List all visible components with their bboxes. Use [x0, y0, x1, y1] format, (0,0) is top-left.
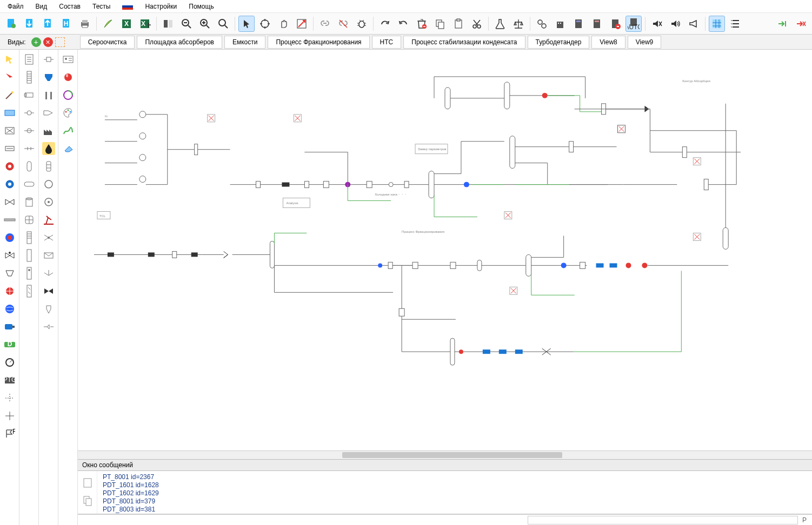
- status-input[interactable]: [528, 516, 798, 524]
- sphere-icon[interactable]: [23, 213, 36, 226]
- valve-fill-icon[interactable]: [42, 285, 55, 298]
- msg-page-icon[interactable]: [83, 477, 92, 490]
- valve2-icon[interactable]: [3, 249, 16, 262]
- reducer-icon[interactable]: [42, 106, 55, 119]
- trash-icon[interactable]: [414, 16, 430, 32]
- circle-icon[interactable]: [42, 178, 55, 191]
- print-icon[interactable]: [77, 16, 93, 32]
- gauge-icon[interactable]: [3, 356, 16, 369]
- save-file-icon[interactable]: [40, 16, 56, 32]
- arrow-diag-icon[interactable]: [294, 16, 310, 32]
- calc2-icon[interactable]: [589, 16, 605, 32]
- hopper-icon[interactable]: [42, 71, 55, 84]
- calc-auto-icon[interactable]: AUTO: [625, 16, 642, 32]
- dd-icon[interactable]: D: [3, 338, 16, 351]
- add-right-icon[interactable]: [774, 16, 790, 32]
- volume-icon[interactable]: [667, 16, 683, 32]
- zoom-out-icon[interactable]: [178, 16, 195, 32]
- hand-icon[interactable]: [275, 16, 291, 32]
- reactor-icon[interactable]: [42, 160, 55, 173]
- flask-icon[interactable]: [492, 16, 508, 32]
- tab-sero[interactable]: Сероочистка: [80, 36, 135, 49]
- tab-view8[interactable]: View8: [591, 36, 625, 49]
- eraser-icon[interactable]: [62, 142, 75, 155]
- unlink-icon[interactable]: [335, 16, 351, 32]
- sep-icon[interactable]: [23, 142, 36, 155]
- globe-b-icon[interactable]: [3, 302, 16, 315]
- grid-view-icon[interactable]: [709, 16, 725, 32]
- circle-dot-icon[interactable]: [42, 196, 55, 208]
- flowsheet-svg[interactable]: In: [78, 50, 812, 400]
- pipe-icon[interactable]: [3, 213, 16, 226]
- excel-icon[interactable]: X: [118, 16, 135, 32]
- paste-icon[interactable]: [450, 16, 467, 32]
- open-file-icon[interactable]: [22, 16, 38, 32]
- mute-icon[interactable]: [649, 16, 665, 32]
- pointer-red-icon[interactable]: [3, 71, 16, 84]
- cut-icon[interactable]: [469, 16, 485, 32]
- excel-h-icon[interactable]: XH: [137, 16, 153, 32]
- tab-view9[interactable]: View9: [628, 36, 661, 49]
- tab-fractionation[interactable]: Процесс Фракционирования: [268, 36, 369, 49]
- pump1-icon[interactable]: [3, 160, 16, 173]
- feather-icon[interactable]: [100, 16, 116, 32]
- factory-icon[interactable]: [42, 124, 55, 137]
- zoom-in-icon[interactable]: [197, 16, 213, 32]
- tab-turbo[interactable]: Турбодетандер: [528, 36, 590, 49]
- balance-icon[interactable]: [510, 16, 527, 32]
- view-config-button[interactable]: [55, 37, 65, 47]
- globe-r-icon[interactable]: [3, 231, 16, 244]
- building-icon[interactable]: [552, 16, 568, 32]
- red-ball-icon[interactable]: [62, 71, 75, 84]
- doc-icon[interactable]: [23, 53, 36, 66]
- ptg-icon[interactable]: PTG: [3, 374, 16, 387]
- remove-right-icon[interactable]: [793, 16, 809, 32]
- drum-v-icon[interactable]: [23, 160, 36, 173]
- view-add-button[interactable]: +: [31, 37, 41, 47]
- tab-absorbers[interactable]: Площадка абсорберов: [137, 36, 222, 49]
- gears-icon[interactable]: [534, 16, 550, 32]
- column3-icon[interactable]: [23, 249, 36, 262]
- hx2-icon[interactable]: [23, 106, 36, 119]
- menu-view[interactable]: Вид: [30, 1, 53, 12]
- column4-icon[interactable]: [23, 267, 36, 280]
- cooler-icon[interactable]: [3, 142, 16, 155]
- tab-nts[interactable]: НТС: [372, 36, 402, 49]
- menu-file[interactable]: Файл: [2, 1, 29, 12]
- cross2-icon[interactable]: [3, 409, 16, 422]
- drum-h-icon[interactable]: [23, 178, 36, 191]
- menu-tests[interactable]: Тесты: [87, 1, 116, 12]
- tab-tanks[interactable]: Емкости: [224, 36, 266, 49]
- horizontal-scrollbar[interactable]: [78, 450, 812, 459]
- drip-icon[interactable]: [42, 302, 55, 315]
- pump3-icon[interactable]: [3, 285, 16, 298]
- valve1-icon[interactable]: [3, 196, 16, 208]
- copy-icon[interactable]: [432, 16, 448, 32]
- calc1-icon[interactable]: [570, 16, 587, 32]
- list-view-icon[interactable]: [727, 16, 743, 32]
- flag-f-icon[interactable]: F: [3, 427, 16, 440]
- menu-help[interactable]: Помощь: [183, 1, 219, 12]
- pointer-yellow-icon[interactable]: [3, 53, 16, 66]
- oil-drop-icon[interactable]: [42, 142, 55, 155]
- tab-stabilization[interactable]: Процесс стабилизации конденсата: [403, 36, 525, 49]
- expander-icon[interactable]: [42, 320, 55, 333]
- id-card-icon[interactable]: [62, 53, 75, 66]
- target-icon[interactable]: [257, 16, 273, 32]
- zoom-fit-icon[interactable]: [215, 16, 231, 32]
- cross1-icon[interactable]: [3, 392, 16, 405]
- flip-icon[interactable]: [160, 16, 176, 32]
- messages-list[interactable]: PT_8001 id=2367 PDT_1601 id=1628 PDT_160…: [97, 471, 812, 514]
- hx1-icon[interactable]: [23, 89, 36, 102]
- calc-stop-icon[interactable]: [607, 16, 623, 32]
- msg-copy-icon[interactable]: [83, 495, 92, 508]
- menu-settings[interactable]: Настройки: [139, 1, 182, 12]
- bug-icon[interactable]: [354, 16, 370, 32]
- link-icon[interactable]: [317, 16, 333, 32]
- tank-icon[interactable]: [23, 196, 36, 208]
- heat-ex1-icon[interactable]: [3, 106, 16, 119]
- pillars-icon[interactable]: [42, 89, 55, 102]
- cursor-icon[interactable]: [238, 16, 255, 32]
- column1-icon[interactable]: [23, 71, 36, 84]
- motor-icon[interactable]: [3, 320, 16, 333]
